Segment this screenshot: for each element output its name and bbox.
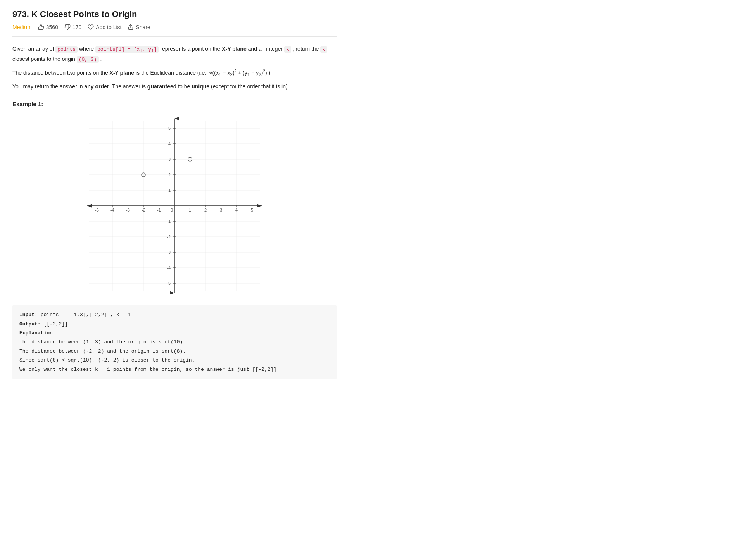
share-icon [128, 24, 134, 30]
meta-bar: Medium 3560 170 Add to List Share [12, 24, 337, 37]
coordinate-plot: -5 -4 -3 -2 -1 0 1 2 3 4 5 5 [81, 113, 268, 299]
upvote-action[interactable]: 3560 [38, 24, 58, 30]
svg-text:1: 1 [189, 208, 191, 212]
svg-text:2: 2 [168, 172, 171, 177]
add-to-list-action[interactable]: Add to List [88, 24, 121, 30]
code-origin: (0, 0) [77, 56, 99, 63]
plot-container: -5 -4 -3 -2 -1 0 1 2 3 4 5 5 [12, 113, 337, 299]
explanation-line-4: We only want the closest k = 1 points fr… [19, 365, 330, 374]
svg-text:-3: -3 [167, 250, 171, 255]
page-title: 973. K Closest Points to Origin [12, 9, 337, 19]
difficulty-badge[interactable]: Medium [12, 24, 32, 30]
svg-text:-5: -5 [95, 208, 99, 212]
description-paragraph-1: Given an array of points where points[i]… [12, 45, 337, 64]
svg-text:4: 4 [235, 208, 238, 212]
share-label: Share [136, 24, 150, 30]
svg-text:-1: -1 [167, 219, 171, 224]
example1-block: Input: points = [[1,3],[-2,2]], k = 1 Ou… [12, 305, 337, 379]
example-output-line: Output: [[-2,2]] [19, 320, 330, 329]
svg-text:-2: -2 [142, 208, 145, 212]
svg-text:5: 5 [251, 208, 253, 212]
svg-text:3: 3 [168, 157, 171, 162]
svg-text:5: 5 [168, 126, 171, 131]
svg-text:-2: -2 [167, 234, 171, 239]
example-explanation-header: Explanation: [19, 329, 330, 338]
input-value: points = [[1,3],[-2,2]], k = 1 [41, 312, 131, 318]
description-paragraph-3: You may return the answer in any order. … [12, 82, 337, 91]
add-to-list-label: Add to List [96, 24, 121, 30]
example1-title: Example 1: [12, 101, 337, 107]
problem-description: Given an array of points where points[i]… [12, 45, 337, 91]
heart-icon [88, 24, 94, 30]
share-action[interactable]: Share [128, 24, 150, 30]
description-paragraph-2: The distance between two points on the X… [12, 68, 337, 78]
input-label: Input: [19, 312, 38, 318]
code-k: k [284, 46, 291, 53]
output-label: Output: [19, 321, 41, 327]
downvote-count: 170 [72, 24, 81, 30]
svg-text:-4: -4 [110, 208, 114, 212]
code-points-i: points[i] = [xi, yi] [95, 46, 159, 53]
svg-text:1: 1 [168, 188, 171, 193]
explanation-label: Explanation: [19, 330, 56, 336]
example-input-line: Input: points = [[1,3],[-2,2]], k = 1 [19, 310, 330, 319]
svg-text:-5: -5 [167, 281, 171, 286]
upvote-count: 3560 [46, 24, 58, 30]
thumbs-up-icon [38, 24, 44, 30]
svg-text:2: 2 [204, 208, 207, 212]
svg-text:3: 3 [220, 208, 222, 212]
code-points: points [55, 46, 78, 53]
svg-text:0: 0 [171, 208, 173, 212]
output-value: [[-2,2]] [43, 321, 67, 327]
explanation-line-1: The distance between (1, 3) and the orig… [19, 338, 330, 346]
code-k2: k [320, 46, 327, 53]
svg-text:-1: -1 [157, 208, 161, 212]
downvote-action[interactable]: 170 [64, 24, 81, 30]
svg-text:-4: -4 [167, 265, 171, 270]
explanation-line-3: Since sqrt(8) < sqrt(10), (-2, 2) is clo… [19, 356, 330, 365]
svg-text:4: 4 [168, 141, 171, 146]
thumbs-down-icon [64, 24, 71, 30]
explanation-line-2: The distance between (-2, 2) and the ori… [19, 347, 330, 356]
svg-text:-3: -3 [126, 208, 130, 212]
